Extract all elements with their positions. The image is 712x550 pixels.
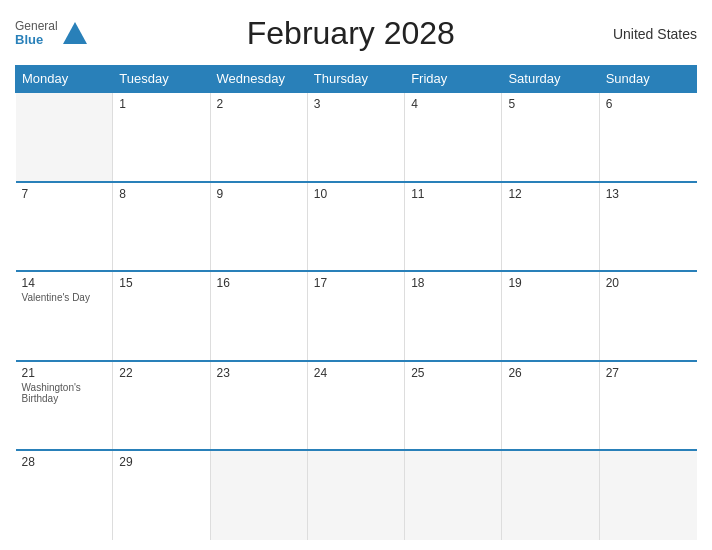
day-number: 1 bbox=[119, 97, 203, 111]
calendar-cell: 10 bbox=[307, 182, 404, 272]
calendar-cell bbox=[599, 450, 696, 540]
calendar-table: MondayTuesdayWednesdayThursdayFridaySatu… bbox=[15, 65, 697, 540]
holiday-label: Valentine's Day bbox=[22, 292, 107, 303]
week-row-4: 21Washington's Birthday222324252627 bbox=[16, 361, 697, 451]
week-row-3: 14Valentine's Day151617181920 bbox=[16, 271, 697, 361]
weekday-header-tuesday: Tuesday bbox=[113, 66, 210, 93]
calendar-cell: 19 bbox=[502, 271, 599, 361]
day-number: 11 bbox=[411, 187, 495, 201]
calendar-cell: 27 bbox=[599, 361, 696, 451]
day-number: 26 bbox=[508, 366, 592, 380]
weekday-header-friday: Friday bbox=[405, 66, 502, 93]
day-number: 19 bbox=[508, 276, 592, 290]
weekday-header-monday: Monday bbox=[16, 66, 113, 93]
calendar-cell: 26 bbox=[502, 361, 599, 451]
day-number: 22 bbox=[119, 366, 203, 380]
calendar-cell: 12 bbox=[502, 182, 599, 272]
calendar-cell: 22 bbox=[113, 361, 210, 451]
calendar-cell: 4 bbox=[405, 92, 502, 182]
calendar-cell: 11 bbox=[405, 182, 502, 272]
calendar-cell bbox=[307, 450, 404, 540]
header: General Blue February 2028 United States bbox=[15, 10, 697, 57]
day-number: 14 bbox=[22, 276, 107, 290]
calendar-cell: 15 bbox=[113, 271, 210, 361]
svg-marker-0 bbox=[63, 22, 87, 44]
calendar-cell: 8 bbox=[113, 182, 210, 272]
calendar-cell bbox=[405, 450, 502, 540]
weekday-header-saturday: Saturday bbox=[502, 66, 599, 93]
calendar-container: General Blue February 2028 United States… bbox=[0, 0, 712, 550]
day-number: 16 bbox=[217, 276, 301, 290]
calendar-cell: 5 bbox=[502, 92, 599, 182]
calendar-cell: 18 bbox=[405, 271, 502, 361]
calendar-cell: 24 bbox=[307, 361, 404, 451]
page-title: February 2028 bbox=[89, 15, 613, 52]
calendar-cell: 7 bbox=[16, 182, 113, 272]
logo-blue-text: Blue bbox=[15, 33, 58, 47]
weekday-header-row: MondayTuesdayWednesdayThursdayFridaySatu… bbox=[16, 66, 697, 93]
day-number: 18 bbox=[411, 276, 495, 290]
day-number: 9 bbox=[217, 187, 301, 201]
day-number: 8 bbox=[119, 187, 203, 201]
logo-general-text: General bbox=[15, 20, 58, 33]
week-row-2: 78910111213 bbox=[16, 182, 697, 272]
calendar-cell: 20 bbox=[599, 271, 696, 361]
country-label: United States bbox=[613, 26, 697, 42]
calendar-cell: 14Valentine's Day bbox=[16, 271, 113, 361]
week-row-1: 123456 bbox=[16, 92, 697, 182]
day-number: 2 bbox=[217, 97, 301, 111]
calendar-cell: 28 bbox=[16, 450, 113, 540]
calendar-cell: 13 bbox=[599, 182, 696, 272]
calendar-cell: 29 bbox=[113, 450, 210, 540]
day-number: 5 bbox=[508, 97, 592, 111]
day-number: 21 bbox=[22, 366, 107, 380]
day-number: 6 bbox=[606, 97, 691, 111]
day-number: 13 bbox=[606, 187, 691, 201]
calendar-cell: 6 bbox=[599, 92, 696, 182]
holiday-label: Washington's Birthday bbox=[22, 382, 107, 404]
day-number: 3 bbox=[314, 97, 398, 111]
day-number: 29 bbox=[119, 455, 203, 469]
calendar-cell: 16 bbox=[210, 271, 307, 361]
day-number: 7 bbox=[22, 187, 107, 201]
week-row-5: 2829 bbox=[16, 450, 697, 540]
calendar-cell: 25 bbox=[405, 361, 502, 451]
day-number: 28 bbox=[22, 455, 107, 469]
day-number: 17 bbox=[314, 276, 398, 290]
calendar-cell: 3 bbox=[307, 92, 404, 182]
weekday-header-wednesday: Wednesday bbox=[210, 66, 307, 93]
day-number: 4 bbox=[411, 97, 495, 111]
logo: General Blue bbox=[15, 20, 89, 48]
calendar-cell: 21Washington's Birthday bbox=[16, 361, 113, 451]
calendar-cell: 23 bbox=[210, 361, 307, 451]
day-number: 15 bbox=[119, 276, 203, 290]
logo-icon bbox=[61, 20, 89, 48]
weekday-header-thursday: Thursday bbox=[307, 66, 404, 93]
calendar-cell: 9 bbox=[210, 182, 307, 272]
calendar-cell bbox=[502, 450, 599, 540]
weekday-header-sunday: Sunday bbox=[599, 66, 696, 93]
calendar-cell: 2 bbox=[210, 92, 307, 182]
calendar-body: 1234567891011121314Valentine's Day151617… bbox=[16, 92, 697, 540]
day-number: 20 bbox=[606, 276, 691, 290]
calendar-cell: 1 bbox=[113, 92, 210, 182]
day-number: 12 bbox=[508, 187, 592, 201]
day-number: 27 bbox=[606, 366, 691, 380]
day-number: 10 bbox=[314, 187, 398, 201]
calendar-header: MondayTuesdayWednesdayThursdayFridaySatu… bbox=[16, 66, 697, 93]
day-number: 25 bbox=[411, 366, 495, 380]
day-number: 23 bbox=[217, 366, 301, 380]
day-number: 24 bbox=[314, 366, 398, 380]
calendar-cell bbox=[16, 92, 113, 182]
calendar-cell bbox=[210, 450, 307, 540]
calendar-cell: 17 bbox=[307, 271, 404, 361]
